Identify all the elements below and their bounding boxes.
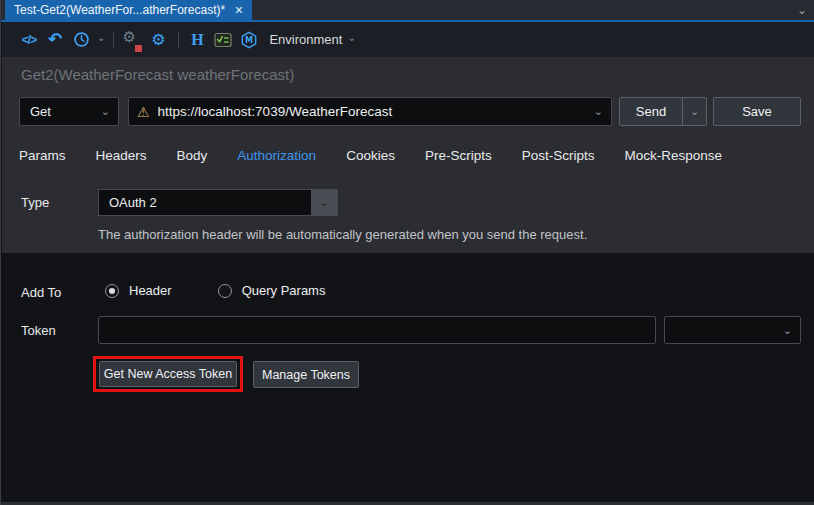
- save-button-label: Save: [742, 104, 772, 119]
- mock-server-icon[interactable]: M: [239, 28, 259, 52]
- chevron-down-icon[interactable]: ⌄: [311, 190, 337, 215]
- tab-list-chevron-icon[interactable]: ⌄: [797, 1, 807, 19]
- warning-icon: ⚠: [137, 105, 150, 119]
- save-button[interactable]: Save: [713, 97, 801, 126]
- environment-dropdown-label[interactable]: Environment: [269, 32, 342, 47]
- tab-authorization[interactable]: Authorization: [237, 148, 316, 163]
- manage-tokens-button[interactable]: Manage Tokens: [253, 361, 359, 388]
- rest-client-window: Test-Get2(WeatherFor...atherForecast)* ✕…: [0, 0, 814, 505]
- request-toolbar: </> ↶ ⌄ ⚙ ⚙ H M: [2, 22, 814, 57]
- token-label: Token: [21, 323, 56, 338]
- token-type-select[interactable]: ⌄: [664, 316, 801, 344]
- request-tabstrip: Params Headers Body Authorization Cookie…: [19, 142, 722, 168]
- undo-icon[interactable]: ↶: [45, 28, 65, 52]
- auth-helper-text: The authorization header will be automat…: [98, 227, 587, 242]
- http-headers-icon[interactable]: H: [187, 28, 207, 52]
- add-to-radio-group: Header Query Params: [105, 283, 325, 298]
- radio-header-label[interactable]: Header: [129, 283, 172, 298]
- history-clock-icon[interactable]: [71, 28, 91, 52]
- document-tab-bar: Test-Get2(WeatherFor...atherForecast)* ✕…: [1, 0, 814, 20]
- tab-post-scripts[interactable]: Post-Scripts: [522, 148, 595, 163]
- get-new-access-token-label: Get New Access Token: [104, 367, 232, 381]
- document-tab[interactable]: Test-Get2(WeatherFor...atherForecast)* ✕: [5, 0, 252, 20]
- send-button-label: Send: [620, 104, 682, 119]
- method-select[interactable]: Get ⌄: [19, 97, 119, 126]
- radio-query-params[interactable]: [218, 284, 232, 298]
- radio-query-params-label[interactable]: Query Params: [242, 283, 326, 298]
- document-tab-label: Test-Get2(WeatherFor...atherForecast)*: [14, 3, 225, 17]
- history-dropdown-chevron-icon[interactable]: ⌄: [97, 32, 105, 43]
- environment-variables-icon[interactable]: [213, 28, 233, 52]
- method-value: Get: [30, 104, 51, 119]
- type-label: Type: [21, 195, 49, 210]
- auth-type-value: OAuth 2: [99, 190, 311, 215]
- add-to-label: Add To: [21, 285, 61, 300]
- tab-mock-response[interactable]: Mock-Response: [624, 148, 722, 163]
- tab-pre-scripts[interactable]: Pre-Scripts: [425, 148, 492, 163]
- send-button[interactable]: Send ⌄: [619, 97, 707, 126]
- tab-headers[interactable]: Headers: [96, 148, 147, 163]
- send-options-chevron[interactable]: ⌄: [682, 98, 706, 125]
- chevron-down-icon: ⌄: [690, 106, 699, 117]
- svg-text:M: M: [245, 35, 253, 45]
- settings-gear-icon[interactable]: ⚙: [148, 28, 168, 52]
- tab-cookies[interactable]: Cookies: [346, 148, 395, 163]
- auth-type-select[interactable]: OAuth 2 ⌄: [98, 189, 338, 216]
- request-name-heading: Get2(WeatherForecast weatherForecast): [21, 66, 294, 83]
- token-input[interactable]: [98, 316, 656, 344]
- url-input[interactable]: ⚠ https://localhost:7039/WeatherForecast…: [128, 97, 612, 126]
- extension-settings-icon[interactable]: ⚙: [122, 28, 142, 52]
- red-square-badge: [135, 45, 142, 52]
- tab-body[interactable]: Body: [177, 148, 208, 163]
- code-snippet-icon[interactable]: </>: [19, 28, 39, 52]
- url-value: https://localhost:7039/WeatherForecast: [158, 104, 586, 119]
- radio-header-selected[interactable]: [105, 284, 119, 298]
- chevron-down-icon: ⌄: [783, 325, 792, 336]
- tab-params[interactable]: Params: [19, 148, 66, 163]
- toolbar-separator: [113, 32, 114, 48]
- environment-dropdown-chevron-icon[interactable]: ⌄: [347, 32, 355, 43]
- close-icon[interactable]: ✕: [234, 4, 243, 17]
- chevron-down-icon: ⌄: [101, 106, 110, 117]
- toolbar-separator: [178, 32, 179, 48]
- get-new-access-token-button[interactable]: Get New Access Token: [99, 361, 237, 387]
- red-highlight-annotation: Get New Access Token: [93, 356, 243, 392]
- chevron-down-icon[interactable]: ⌄: [594, 106, 603, 117]
- manage-tokens-label: Manage Tokens: [262, 368, 350, 382]
